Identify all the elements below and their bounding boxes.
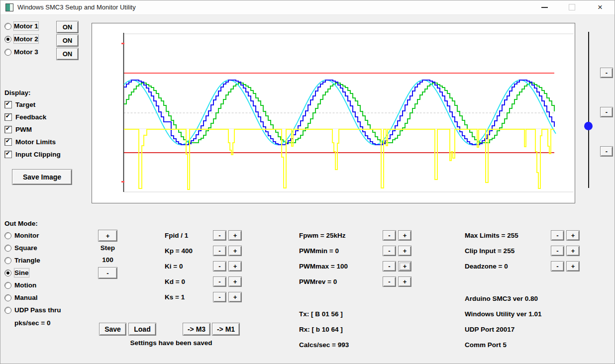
calcs-per-sec: Calcs/sec = 993: [299, 341, 349, 349]
pwmmin-minus-button[interactable]: -: [383, 246, 396, 256]
motor-2-radio[interactable]: [4, 36, 11, 43]
fpid-minus-button[interactable]: -: [213, 230, 226, 241]
target-checkbox[interactable]: [4, 101, 12, 108]
pwmmin-value: PWMmin = 0: [299, 247, 339, 255]
ki-minus-button[interactable]: -: [213, 261, 226, 272]
kd-minus-button[interactable]: -: [213, 276, 226, 287]
pwmmax-value: PWMmax = 100: [299, 262, 348, 271]
motor-3-on-button[interactable]: ON: [56, 48, 79, 60]
out-mode-udp-radio[interactable]: [4, 307, 11, 314]
motor-1-on-button[interactable]: ON: [56, 21, 79, 33]
out-mode-sine-label[interactable]: Sine: [14, 269, 29, 277]
out-mode-monitor-radio[interactable]: [4, 232, 11, 239]
save-button[interactable]: Save: [99, 323, 126, 336]
out-mode-monitor-label[interactable]: Monitor: [14, 231, 39, 240]
scale-slider-track: [588, 32, 589, 188]
minimize-button[interactable]: [533, 0, 556, 14]
out-mode-manual-radio[interactable]: [4, 294, 11, 301]
maximize-icon: [569, 4, 575, 10]
motor-1-radio[interactable]: [4, 23, 11, 30]
kp-plus-button[interactable]: +: [228, 246, 242, 256]
kp-value: Kp = 400: [165, 247, 193, 255]
step-label: Step: [94, 244, 121, 252]
step-minus-button[interactable]: -: [98, 267, 117, 279]
pwmrev-value: PWMrev = 0: [299, 277, 337, 286]
save-image-button[interactable]: Save Image: [12, 169, 72, 185]
motor-limits-checkbox[interactable]: [4, 138, 12, 146]
motor-2-label[interactable]: Motor 2: [14, 35, 38, 43]
pwmmax-plus-button[interactable]: +: [398, 261, 411, 272]
ks-minus-button[interactable]: -: [213, 292, 226, 302]
max-limits-plus-button[interactable]: +: [566, 230, 580, 241]
deadzone-plus-button[interactable]: +: [566, 261, 580, 272]
target-checkbox-label[interactable]: Target: [15, 100, 35, 109]
ki-value: Ki = 0: [165, 262, 183, 271]
kp-minus-button[interactable]: -: [213, 246, 226, 256]
waveform-panel: [92, 23, 575, 203]
out-mode-square-label[interactable]: Square: [14, 244, 37, 252]
motor-3-label[interactable]: Motor 3: [14, 48, 38, 56]
scale-minus-button-1[interactable]: -: [600, 68, 613, 78]
pwm-checkbox[interactable]: [4, 126, 12, 133]
utility-version: Windows Utility ver 1.01: [465, 310, 541, 318]
input-clipping-checkbox[interactable]: [4, 151, 12, 158]
max-limits-minus-button[interactable]: -: [551, 230, 564, 241]
out-mode-sine-radio[interactable]: [4, 270, 11, 276]
out-mode-udp-label[interactable]: UDP Pass thru: [14, 306, 61, 314]
pks-per-sec-value: pks/sec = 0: [14, 319, 50, 327]
rx-status: Rx: [ b 10 64 ]: [299, 325, 343, 334]
feedback-checkbox-label[interactable]: Feedback: [15, 113, 46, 121]
tx-status: Tx: [ B 01 56 ]: [299, 310, 343, 318]
out-mode-heading: Out Mode:: [4, 219, 38, 228]
out-mode-triangle-label[interactable]: Triangle: [14, 256, 40, 265]
out-mode-motion-radio[interactable]: [4, 282, 11, 289]
minimize-icon: [541, 7, 548, 8]
ki-plus-button[interactable]: +: [228, 261, 242, 272]
feedback-checkbox[interactable]: [4, 113, 12, 121]
display-heading: Display:: [4, 89, 31, 97]
motor-2-on-button[interactable]: ON: [56, 34, 79, 47]
clip-input-plus-button[interactable]: +: [566, 246, 580, 256]
scale-slider-handle[interactable]: [584, 122, 593, 130]
scale-minus-button-2[interactable]: -: [600, 107, 613, 117]
ks-plus-button[interactable]: +: [228, 292, 242, 302]
fpwm-value: Fpwm = 25kHz: [299, 231, 345, 240]
waveform-chart: [92, 23, 575, 203]
deadzone-minus-button[interactable]: -: [551, 261, 564, 272]
pwmmin-plus-button[interactable]: +: [398, 246, 411, 256]
kd-value: Kd = 0: [165, 277, 185, 286]
input-clipping-checkbox-label[interactable]: Input Clipping: [15, 150, 61, 159]
motor-limits-checkbox-label[interactable]: Motor Limits: [15, 138, 56, 146]
titlebar: Windows SMC3 Setup and Monitor Utility ×: [0, 0, 615, 15]
step-plus-button[interactable]: +: [98, 230, 117, 242]
copy-to-m3-button[interactable]: -> M3: [183, 323, 210, 336]
fpid-value: Fpid / 1: [165, 231, 188, 240]
window-title: Windows SMC3 Setup and Monitor Utility: [17, 3, 136, 11]
scale-minus-button-3[interactable]: -: [600, 146, 613, 157]
clip-input-value: Clip Input = 255: [465, 247, 514, 255]
close-button[interactable]: ×: [589, 0, 612, 14]
out-mode-square-radio[interactable]: [4, 245, 11, 252]
motor-3-radio[interactable]: [4, 49, 11, 56]
pwmrev-minus-button[interactable]: -: [383, 276, 396, 287]
pwm-checkbox-label[interactable]: PWM: [15, 125, 32, 134]
deadzone-value: Deadzone = 0: [465, 262, 508, 271]
maximize-button[interactable]: [560, 0, 583, 14]
pwmmax-minus-button[interactable]: -: [383, 261, 396, 272]
pwmrev-plus-button[interactable]: +: [398, 276, 411, 287]
udp-port: UDP Port 20017: [465, 325, 514, 334]
kd-plus-button[interactable]: +: [228, 276, 242, 287]
fpid-plus-button[interactable]: +: [228, 230, 242, 241]
motor-1-label[interactable]: Motor 1: [14, 22, 38, 30]
close-icon: ×: [598, 0, 603, 14]
out-mode-manual-label[interactable]: Manual: [14, 293, 38, 302]
max-limits-value: Max Limits = 255: [465, 231, 518, 240]
arduino-version: Arduino SMC3 ver 0.80: [465, 294, 538, 303]
load-button[interactable]: Load: [128, 323, 156, 336]
out-mode-triangle-radio[interactable]: [4, 257, 11, 264]
fpwm-minus-button[interactable]: -: [383, 230, 396, 241]
out-mode-motion-label[interactable]: Motion: [14, 281, 36, 289]
clip-input-minus-button[interactable]: -: [551, 246, 564, 256]
fpwm-plus-button[interactable]: +: [398, 230, 411, 241]
copy-to-m1-button[interactable]: -> M1: [212, 323, 240, 336]
